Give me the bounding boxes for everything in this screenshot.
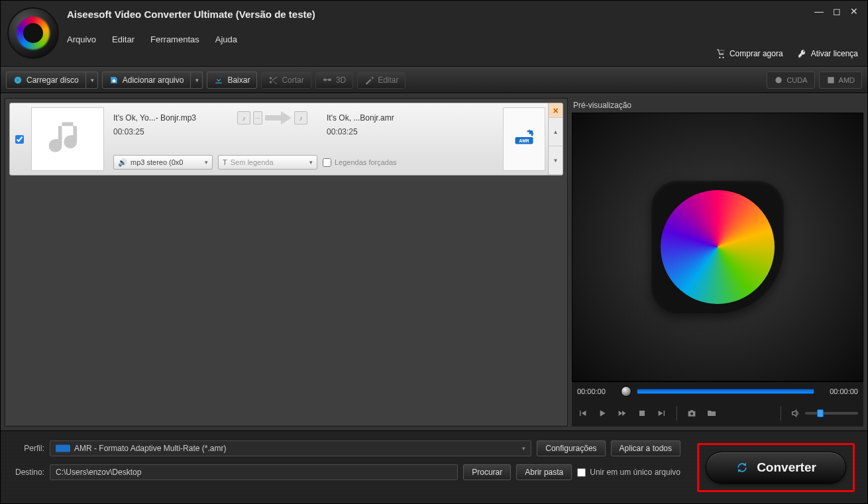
menu-tools[interactable]: Ferramentas bbox=[150, 34, 199, 44]
forced-subs-checkbox[interactable] bbox=[323, 158, 331, 167]
svg-rect-2 bbox=[323, 79, 327, 81]
text-icon: T bbox=[223, 158, 227, 166]
move-down-button[interactable]: ▼ bbox=[549, 146, 563, 175]
amd-label: AMD bbox=[839, 76, 855, 84]
settings-button[interactable]: Configurações bbox=[537, 440, 605, 456]
convert-label: Converter bbox=[757, 460, 816, 475]
menu-help[interactable]: Ajuda bbox=[215, 34, 237, 44]
merge-checkbox[interactable] bbox=[577, 468, 586, 477]
file-list: It's Ok, Yo...- Bonjr.mp3 ♪ ⋯ ♪ It's Ok,… bbox=[5, 98, 568, 427]
convert-button[interactable]: Converter bbox=[706, 452, 846, 483]
svg-rect-11 bbox=[56, 445, 70, 452]
cuda-toggle[interactable]: CUDA bbox=[767, 72, 814, 89]
audio-track-select[interactable]: 🔊 mp3 stereo (0x0 ▾ bbox=[113, 155, 213, 170]
speaker-icon: 🔊 bbox=[118, 158, 127, 167]
svg-text:AMR: AMR bbox=[519, 138, 529, 143]
cut-button[interactable]: Cortar bbox=[261, 72, 311, 89]
glasses-icon bbox=[323, 76, 332, 85]
svg-point-10 bbox=[690, 413, 693, 415]
forced-subs-check[interactable]: Legendas forçadas bbox=[323, 158, 397, 167]
move-up-button[interactable]: ▲ bbox=[549, 118, 563, 146]
toolbar: Carregar disco ▾ Adicionar arquivo ▾ Bai… bbox=[1, 67, 867, 93]
remove-file-button[interactable]: × bbox=[549, 103, 563, 118]
timeline[interactable]: 00:00:00 00:00:00 bbox=[572, 381, 863, 400]
footer: Perfil: AMR - Formato Adaptive Multi-Rat… bbox=[1, 430, 867, 503]
playhead[interactable] bbox=[621, 386, 631, 397]
dest-filename: It's Ok, ...Bonjr.amr bbox=[319, 113, 495, 123]
dest-label: Destino: bbox=[7, 468, 44, 477]
ffwd-icon[interactable] bbox=[617, 408, 627, 419]
browse-button[interactable]: Procurar bbox=[463, 464, 511, 480]
add-file-icon bbox=[109, 76, 119, 85]
player-controls bbox=[572, 400, 863, 427]
key-icon bbox=[798, 49, 807, 58]
profile-select[interactable]: AMR - Formato Adaptive Multi-Rate (*.amr… bbox=[50, 440, 531, 456]
dest-value: C:\Users\enzov\Desktop bbox=[56, 468, 141, 477]
download-icon bbox=[214, 76, 223, 85]
source-filename: It's Ok, Yo...- Bonjr.mp3 bbox=[113, 113, 226, 123]
close-icon[interactable]: ✕ bbox=[850, 6, 858, 17]
svg-point-1 bbox=[17, 79, 19, 81]
apply-all-button[interactable]: Aplicar a todos bbox=[611, 440, 680, 456]
add-file-label: Adicionar arquivo bbox=[123, 76, 184, 85]
merge-label: Unir em um único arquivo bbox=[590, 468, 680, 477]
stop-icon[interactable] bbox=[637, 408, 647, 419]
volume-thumb[interactable] bbox=[817, 409, 824, 417]
file-checkbox[interactable] bbox=[15, 135, 24, 144]
cut-label: Cortar bbox=[282, 76, 303, 85]
file-item[interactable]: It's Ok, Yo...- Bonjr.mp3 ♪ ⋯ ♪ It's Ok,… bbox=[9, 103, 563, 176]
merge-check[interactable]: Unir em um único arquivo bbox=[577, 468, 680, 477]
add-file-dropdown[interactable]: ▾ bbox=[191, 72, 203, 89]
threeD-label: 3D bbox=[336, 76, 346, 85]
edit-button[interactable]: Editar bbox=[357, 72, 406, 89]
threeD-button[interactable]: 3D bbox=[315, 72, 353, 89]
subtitle-select[interactable]: T Sem legenda ▾ bbox=[218, 155, 317, 170]
output-format-button[interactable]: AMR bbox=[503, 107, 545, 171]
minimize-icon[interactable]: — bbox=[814, 6, 824, 17]
amr-icon bbox=[56, 444, 70, 452]
buy-now-link[interactable]: Comprar agora bbox=[716, 49, 783, 58]
prev-icon[interactable] bbox=[577, 408, 588, 419]
load-disc-dropdown[interactable]: ▾ bbox=[86, 72, 98, 89]
main-area: It's Ok, Yo...- Bonjr.mp3 ♪ ⋯ ♪ It's Ok,… bbox=[1, 93, 867, 430]
add-file-button[interactable]: Adicionar arquivo bbox=[102, 72, 191, 89]
dots-icon: ⋯ bbox=[253, 111, 262, 125]
download-button[interactable]: Baixar bbox=[207, 72, 257, 89]
amr-format-icon: AMR bbox=[512, 127, 536, 151]
play-icon[interactable] bbox=[597, 408, 608, 419]
forced-subs-label: Legendas forçadas bbox=[335, 158, 397, 166]
preview-title: Pré-visualização bbox=[572, 98, 863, 113]
folder-icon[interactable] bbox=[706, 408, 717, 419]
activate-link[interactable]: Ativar licença bbox=[798, 49, 858, 58]
download-label: Baixar bbox=[227, 76, 250, 85]
preview-panel: Pré-visualização 00:00:00 00:00:00 bbox=[572, 98, 863, 427]
app-logo bbox=[7, 7, 59, 59]
open-folder-button[interactable]: Abrir pasta bbox=[516, 464, 572, 480]
conversion-arrow: ♪ ⋯ ♪ bbox=[226, 110, 319, 126]
dest-path-field[interactable]: C:\Users\enzov\Desktop bbox=[50, 464, 458, 480]
edit-label: Editar bbox=[378, 76, 398, 85]
volume-icon[interactable] bbox=[790, 408, 801, 419]
volume-slider[interactable] bbox=[805, 412, 858, 415]
svg-point-5 bbox=[776, 77, 782, 83]
app-window: Aiseesoft Video Converter Ultimate (Vers… bbox=[0, 0, 868, 504]
svg-rect-9 bbox=[639, 411, 645, 416]
menu-edit[interactable]: Editar bbox=[112, 34, 135, 44]
settings-label: Configurações bbox=[545, 444, 596, 453]
next-icon[interactable] bbox=[657, 408, 667, 419]
scissors-icon bbox=[268, 76, 278, 85]
refresh-icon bbox=[735, 461, 749, 474]
timeline-track[interactable] bbox=[637, 389, 814, 394]
nvidia-icon bbox=[774, 76, 783, 85]
load-disc-button[interactable]: Carregar disco bbox=[6, 72, 86, 89]
menu-file[interactable]: Arquivo bbox=[67, 34, 96, 44]
snapshot-icon[interactable] bbox=[686, 408, 697, 419]
amd-toggle[interactable]: AMD bbox=[819, 72, 862, 89]
open-folder-label: Abrir pasta bbox=[525, 468, 563, 477]
subtitle-placeholder: Sem legenda bbox=[231, 158, 274, 166]
profile-label: Perfil: bbox=[7, 444, 44, 453]
load-disc-label: Carregar disco bbox=[27, 76, 79, 85]
maximize-icon[interactable]: ◻ bbox=[833, 6, 841, 17]
aperture-logo bbox=[651, 181, 784, 313]
file-thumbnail bbox=[31, 107, 104, 171]
